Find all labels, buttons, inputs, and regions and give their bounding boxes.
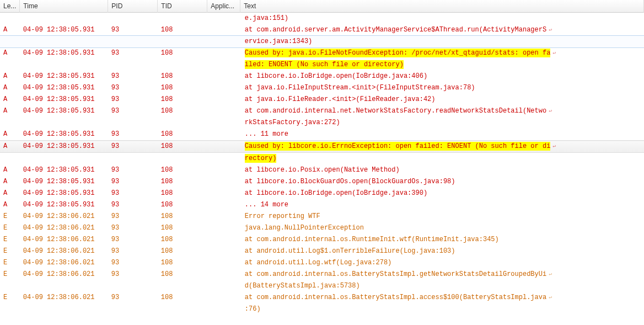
cell-time: 04-09 12:38:05.931 — [20, 24, 108, 36]
cell-level — [0, 13, 20, 25]
cell-tid — [158, 36, 207, 47]
table-row[interactable]: iled: ENOENT (No such file or directory) — [0, 59, 644, 71]
cell-level: A — [0, 47, 20, 59]
cell-tid: 108 — [158, 164, 207, 176]
cell-time — [20, 117, 108, 129]
wrap-icon: ↩ — [546, 271, 552, 278]
cell-app — [207, 269, 240, 280]
cell-time: 04-09 12:38:05.931 — [20, 129, 108, 141]
table-row[interactable]: E04-09 12:38:06.02193108at android.util.… — [0, 257, 644, 269]
highlighted-text: rectory) — [245, 154, 277, 163]
cell-app — [207, 292, 240, 303]
cell-app — [207, 94, 240, 105]
resize-handle[interactable] — [105, 0, 108, 12]
cell-app — [207, 82, 240, 94]
cell-level: E — [0, 292, 20, 303]
cell-text: iled: ENOENT (No such file or directory) — [240, 59, 644, 71]
header-level[interactable]: Le... — [0, 0, 20, 13]
cell-level: A — [0, 24, 20, 36]
header-application[interactable]: Applic... — [207, 0, 240, 13]
table-row[interactable]: A04-09 12:38:05.93193108Caused by: java.… — [0, 47, 644, 59]
cell-pid: 93 — [108, 129, 158, 141]
table-row[interactable]: rectory) — [0, 153, 644, 165]
cell-app — [207, 153, 240, 165]
table-row[interactable]: A04-09 12:38:05.93193108... 14 more — [0, 199, 644, 211]
table-row[interactable]: A04-09 12:38:05.93193108at com.android.i… — [0, 105, 644, 117]
wrap-icon: ↩ — [546, 295, 552, 301]
table-row[interactable]: e.java:151) — [0, 13, 644, 25]
cell-time: 04-09 12:38:06.021 — [20, 246, 108, 257]
table-row[interactable]: A04-09 12:38:05.93193108at java.io.FileR… — [0, 94, 644, 105]
cell-level: A — [0, 82, 20, 94]
table-row[interactable]: E04-09 12:38:06.02193108at android.util.… — [0, 246, 644, 257]
cell-pid — [108, 303, 158, 315]
table-row[interactable]: A04-09 12:38:05.93193108at java.io.FileI… — [0, 82, 644, 94]
cell-text: java.lang.NullPointerException — [240, 222, 644, 234]
cell-app — [207, 105, 240, 117]
table-row[interactable]: A04-09 12:38:05.93193108at com.android.s… — [0, 24, 644, 36]
header-time[interactable]: Time — [20, 0, 108, 13]
cell-app — [207, 47, 240, 59]
table-row[interactable]: E04-09 12:38:06.02193108java.lang.NullPo… — [0, 222, 644, 234]
cell-time: 04-09 12:38:05.931 — [20, 164, 108, 176]
wrap-icon: ↩ — [546, 108, 552, 114]
cell-level — [0, 36, 20, 47]
cell-pid — [108, 153, 158, 165]
cell-text: :76) — [240, 303, 644, 315]
table-row[interactable]: E04-09 12:38:06.02193108Error reporting … — [0, 211, 644, 222]
table-row[interactable]: E04-09 12:38:06.02193108at com.android.i… — [0, 234, 644, 246]
cell-text: Caused by: libcore.io.ErrnoException: op… — [240, 141, 644, 153]
cell-level: A — [0, 188, 20, 199]
cell-time: 04-09 12:38:05.931 — [20, 188, 108, 199]
cell-pid — [108, 117, 158, 129]
cell-app — [207, 117, 240, 129]
header-pid[interactable]: PID — [108, 0, 158, 13]
cell-app — [207, 199, 240, 211]
table-row[interactable]: A04-09 12:38:05.93193108at libcore.io.Io… — [0, 188, 644, 199]
cell-tid — [158, 303, 207, 315]
header-tid[interactable]: TID — [158, 0, 207, 13]
table-row[interactable]: A04-09 12:38:05.93193108at libcore.io.Po… — [0, 164, 644, 176]
cell-app — [207, 211, 240, 222]
resize-handle[interactable] — [155, 0, 157, 12]
table-row[interactable]: E04-09 12:38:06.02193108at com.android.i… — [0, 292, 644, 303]
table-row[interactable]: rkStatsFactory.java:272) — [0, 117, 644, 129]
cell-tid — [158, 13, 207, 25]
resize-handle[interactable] — [641, 0, 643, 12]
cell-time: 04-09 12:38:05.931 — [20, 105, 108, 117]
resize-handle[interactable] — [17, 0, 19, 12]
cell-app — [207, 246, 240, 257]
table-header-row: Le... Time PID TID Applic... Text — [0, 0, 644, 13]
table-row[interactable]: E04-09 12:38:06.02193108at com.android.i… — [0, 269, 644, 280]
resize-handle[interactable] — [238, 0, 240, 12]
cell-pid: 93 — [108, 24, 158, 36]
cell-tid — [158, 280, 207, 292]
cell-app — [207, 176, 240, 188]
resize-handle[interactable] — [205, 0, 207, 12]
cell-level: A — [0, 105, 20, 117]
table-row[interactable]: A04-09 12:38:05.93193108... 11 more — [0, 129, 644, 141]
cell-time — [20, 153, 108, 165]
cell-app — [207, 129, 240, 141]
table-row[interactable]: d(BatteryStatsImpl.java:5738) — [0, 280, 644, 292]
table-row[interactable]: :76) — [0, 303, 644, 315]
cell-time: 04-09 12:38:05.931 — [20, 47, 108, 59]
cell-app — [207, 303, 240, 315]
cell-pid — [108, 59, 158, 71]
cell-text: Error reporting WTF — [240, 211, 644, 222]
table-row[interactable]: ervice.java:1343) — [0, 36, 644, 47]
cell-time: 04-09 12:38:05.931 — [20, 176, 108, 188]
cell-pid: 93 — [108, 211, 158, 222]
table-row[interactable]: A04-09 12:38:05.93193108Caused by: libco… — [0, 141, 644, 153]
table-row[interactable]: A04-09 12:38:05.93193108at libcore.io.Bl… — [0, 176, 644, 188]
table-row[interactable]: A04-09 12:38:05.93193108at libcore.io.Io… — [0, 71, 644, 82]
cell-time: 04-09 12:38:06.021 — [20, 269, 108, 280]
cell-tid: 108 — [158, 105, 207, 117]
cell-app — [207, 222, 240, 234]
header-text[interactable]: Text — [240, 0, 644, 13]
cell-time — [20, 36, 108, 47]
cell-text: rkStatsFactory.java:272) — [240, 117, 644, 129]
highlighted-text: iled: ENOENT (No such file or directory) — [245, 60, 404, 69]
cell-time: 04-09 12:38:06.021 — [20, 292, 108, 303]
cell-level — [0, 59, 20, 71]
